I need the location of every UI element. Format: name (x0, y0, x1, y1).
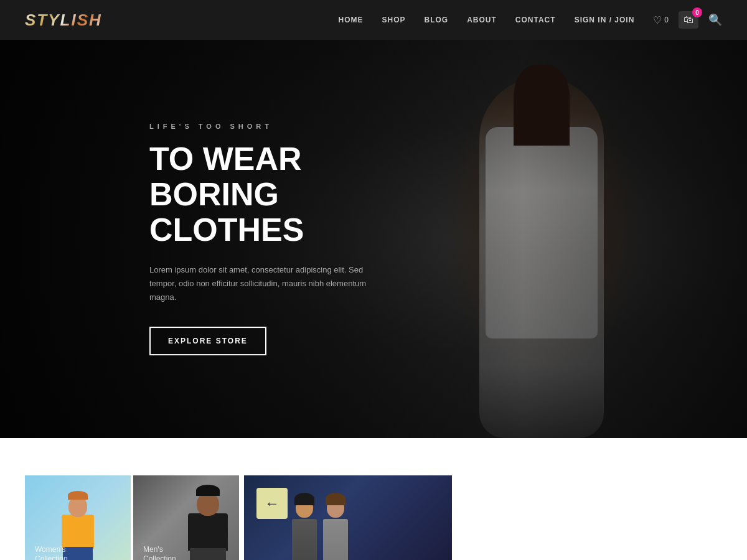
nav-icons: ♡ 0 🛍 0 🔍 (653, 11, 722, 29)
mens-collection-card[interactable]: Men's Collection (133, 475, 239, 560)
hero-description: Lorem ipsum dolor sit amet, consectetur … (149, 263, 386, 304)
hero-content: LIFE'S TOO SHORT TO WEAR BORING CLOTHES … (149, 123, 423, 355)
explore-store-button[interactable]: Explore Store (149, 327, 266, 355)
nav-about[interactable]: ABOUT (467, 16, 497, 24)
hero-tagline: LIFE'S TOO SHORT (149, 123, 423, 130)
womens-collection-card[interactable]: Women's Collection (25, 475, 131, 560)
nav-home[interactable]: HOME (338, 16, 363, 24)
nav-contact[interactable]: CONTACT (515, 16, 556, 24)
third-collection-card[interactable]: ← (244, 475, 452, 560)
signin-button[interactable]: SIGN IN / JOIN (575, 16, 635, 24)
header: STYLISH HOME SHOP BLOG ABOUT CONTACT SIG… (0, 0, 747, 40)
couple-figures (292, 485, 404, 560)
wishlist-count: 0 (664, 16, 669, 24)
womens-label: Women's Collection (35, 545, 68, 560)
person1-hair (294, 493, 314, 505)
heart-icon: ♡ (653, 14, 662, 26)
person-2 (323, 498, 348, 560)
cart-button[interactable]: 🛍 0 (679, 11, 698, 29)
hero-title: TO WEAR BORING CLOTHES (149, 141, 423, 248)
person-1 (292, 498, 317, 560)
main-nav: HOME SHOP BLOG ABOUT CONTACT SIGN IN / J… (338, 11, 722, 29)
search-icon[interactable]: 🔍 (708, 13, 722, 27)
person2-body (323, 519, 348, 560)
model-hair (514, 65, 570, 146)
cart-badge: 0 (692, 7, 702, 17)
wishlist-button[interactable]: ♡ 0 (653, 14, 669, 26)
mens-label: Men's Collection (143, 545, 176, 560)
person2-hair (326, 493, 345, 505)
nav-shop[interactable]: SHOP (382, 16, 405, 24)
nav-blog[interactable]: BLOG (425, 16, 449, 24)
collections-section: Women's Collection Men's Collection (0, 438, 747, 560)
brand-logo[interactable]: STYLISH (25, 11, 102, 30)
hero-section: LIFE'S TOO SHORT TO WEAR BORING CLOTHES … (0, 40, 747, 438)
person1-body (292, 519, 317, 560)
arrow-sign: ← (256, 488, 288, 519)
